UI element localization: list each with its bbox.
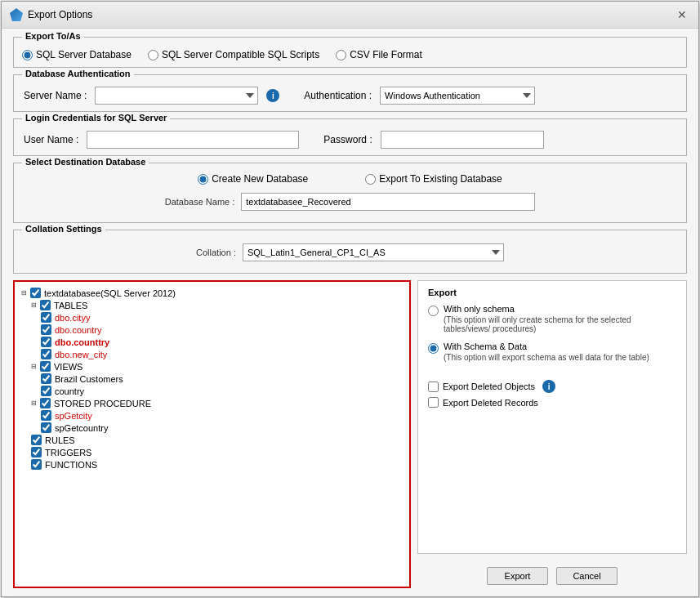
schema-data-sub: (This option will export schema as well …	[444, 353, 649, 362]
password-input[interactable]	[381, 131, 544, 149]
tables-label: TABLES	[54, 301, 87, 310]
cancel-button[interactable]: Cancel	[556, 567, 618, 585]
radio-create-new[interactable]: Create New Database	[198, 173, 308, 185]
deleted-records-checkbox[interactable]	[428, 397, 439, 408]
country-checkbox[interactable]	[41, 324, 51, 335]
spgetcity-checkbox[interactable]	[41, 410, 51, 421]
password-label: Password :	[323, 134, 372, 145]
schema-data-option: With Schema & Data (This option will exp…	[428, 341, 676, 362]
auth-label: Authentication :	[304, 90, 372, 101]
tree-counttry: dbo.counttry	[21, 336, 403, 348]
export-to-as-legend: Export To/As	[22, 31, 84, 41]
tree-brazil: Brazil Customers	[21, 373, 403, 385]
deleted-records-label: Export Deleted Records	[443, 398, 538, 408]
schema-data-radio[interactable]	[428, 343, 439, 354]
collation-dropdown[interactable]: SQL_Latin1_General_CP1_CI_AS Latin1_Gene…	[243, 243, 504, 261]
counttry-checkbox[interactable]	[41, 337, 51, 347]
tree-panel[interactable]: ⊟ textdatabasee(SQL Server 2012) ⊟ TABLE…	[13, 280, 411, 588]
export-section-title: Export	[428, 288, 676, 297]
login-cred-content: User Name : Password :	[14, 119, 686, 155]
tree-new-city: dbo.new_city	[21, 348, 403, 360]
tree-spgetcountry: spGetcountry	[21, 422, 403, 434]
export-button[interactable]: Export	[487, 567, 548, 585]
rules-checkbox[interactable]	[31, 435, 42, 445]
radio-csv-format[interactable]: CSV File Format	[336, 49, 422, 60]
deleted-objects-label: Export Deleted Objects	[443, 382, 535, 391]
spgetcountry-checkbox[interactable]	[41, 422, 51, 433]
views-label: VIEWS	[54, 362, 82, 372]
bottom-area: ⊟ textdatabasee(SQL Server 2012) ⊟ TABLE…	[13, 280, 687, 588]
deleted-objects-row: Export Deleted Objects i	[428, 380, 676, 393]
collation-content: Collation : SQL_Latin1_General_CP1_CI_AS…	[14, 230, 686, 273]
cityy-checkbox[interactable]	[41, 312, 51, 323]
views-checkbox[interactable]	[40, 361, 51, 372]
root-label: textdatabasee(SQL Server 2012)	[44, 288, 176, 298]
radio-sql-server-db[interactable]: SQL Server Database	[22, 49, 132, 60]
new-city-label: dbo.new_city	[55, 350, 107, 359]
brazil-checkbox[interactable]	[41, 373, 51, 384]
schema-only-option: With only schema (This option will only …	[428, 304, 676, 333]
dest-db-content: Create New Database Export To Existing D…	[14, 163, 686, 222]
brazil-label: Brazil Customers	[55, 374, 123, 384]
views-toggle[interactable]: ⊟	[31, 363, 37, 370]
tree-spgetcity: spGetcity	[21, 409, 403, 422]
stored-proc-label: STORED PROCEDURE	[54, 399, 151, 408]
db-name-label: Database Name :	[165, 197, 235, 207]
username-label: User Name :	[24, 134, 78, 145]
tree-root: ⊟ textdatabasee(SQL Server 2012)	[21, 287, 403, 299]
functions-checkbox[interactable]	[31, 459, 42, 470]
country-view-checkbox[interactable]	[41, 386, 51, 396]
server-name-dropdown[interactable]	[95, 87, 258, 105]
db-auth-content: Server Name : i Authentication : Windows…	[14, 75, 686, 111]
collation-legend: Collation Settings	[22, 224, 105, 234]
schema-only-label: With only schema	[444, 304, 676, 314]
db-name-row: Database Name :	[24, 190, 676, 214]
select-dest-legend: Select Destination Database	[22, 157, 149, 167]
tables-checkbox[interactable]	[40, 300, 51, 310]
triggers-label: TRIGGERS	[45, 448, 91, 457]
server-name-label: Server Name :	[24, 90, 87, 101]
deleted-objects-checkbox[interactable]	[428, 382, 439, 392]
stored-proc-checkbox[interactable]	[40, 398, 51, 408]
stored-proc-toggle[interactable]: ⊟	[31, 399, 37, 407]
dest-db-options: Create New Database Export To Existing D…	[24, 173, 676, 190]
tree-country-view: country	[21, 385, 403, 397]
tree-cityy: dbo.cityy	[21, 311, 403, 324]
export-options-dialog: Export Options ✕ Export To/As SQL Server…	[1, 1, 699, 597]
button-row: Export Cancel	[417, 560, 687, 588]
tree-tables: ⊟ TABLES	[21, 299, 403, 311]
title-bar: Export Options ✕	[2, 2, 698, 29]
deleted-objects-info-icon[interactable]: i	[542, 380, 555, 393]
country-label: dbo.country	[55, 325, 101, 335]
db-name-input[interactable]	[241, 193, 535, 211]
dialog-content: Export To/As SQL Server Database SQL Ser…	[2, 29, 698, 596]
right-panel: Export With only schema (This option wil…	[417, 280, 687, 588]
radio-export-existing[interactable]: Export To Existing Database	[365, 173, 502, 185]
tables-toggle[interactable]: ⊟	[31, 301, 37, 309]
deleted-records-row: Export Deleted Records	[428, 397, 676, 408]
rules-label: RULES	[45, 435, 75, 445]
db-auth-row: Server Name : i Authentication : Windows…	[24, 87, 676, 105]
root-checkbox[interactable]	[30, 288, 41, 298]
schema-only-radio[interactable]	[428, 306, 439, 316]
login-credentials-section: Login Credentials for SQL Server User Na…	[13, 118, 687, 156]
auth-dropdown[interactable]: Windows Authentication SQL Server Authen…	[380, 87, 535, 105]
export-section: Export With only schema (This option wil…	[417, 280, 687, 554]
close-button[interactable]: ✕	[674, 7, 690, 23]
counttry-label: dbo.counttry	[55, 337, 109, 347]
triggers-checkbox[interactable]	[31, 447, 42, 457]
radio-sql-compatible[interactable]: SQL Server Compatible SQL Scripts	[148, 49, 319, 60]
functions-label: FUNCTIONS	[45, 460, 97, 470]
spgetcountry-label: spGetcountry	[55, 423, 108, 433]
collation-section: Collation Settings Collation : SQL_Latin…	[13, 230, 687, 274]
username-input[interactable]	[87, 131, 299, 149]
server-info-icon[interactable]: i	[266, 89, 279, 102]
schema-only-sub: (This option will only create schema for…	[444, 315, 676, 333]
root-toggle[interactable]: ⊟	[21, 289, 27, 297]
title-bar-left: Export Options	[10, 8, 92, 21]
tree-stored-proc: ⊟ STORED PROCEDURE	[21, 397, 403, 409]
new-city-checkbox[interactable]	[41, 349, 51, 359]
db-auth-legend: Database Authentication	[22, 69, 134, 78]
schema-data-label: With Schema & Data	[444, 341, 649, 351]
tree-views: ⊟ VIEWS	[21, 360, 403, 373]
